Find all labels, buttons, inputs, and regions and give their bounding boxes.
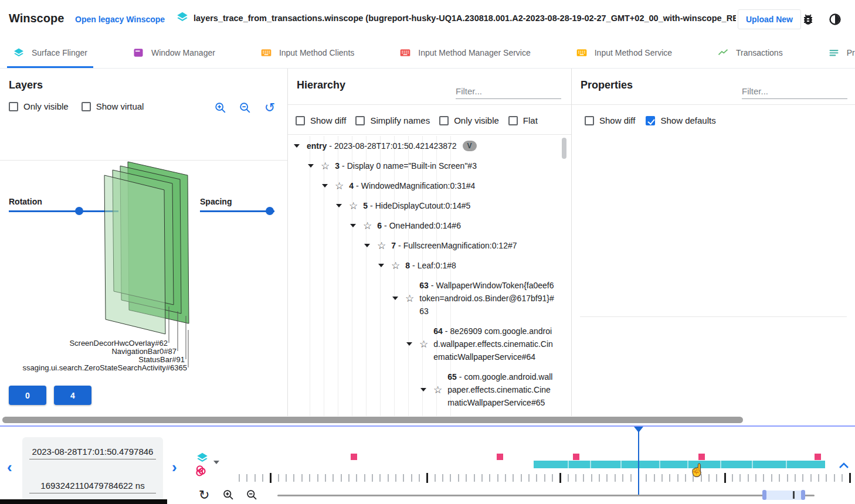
layer-id-button-0[interactable]: 0 xyxy=(9,386,46,405)
ruler-tick xyxy=(818,474,819,482)
tab-input-method-manager-service[interactable]: Input Method Manager Service xyxy=(393,38,536,68)
star-icon[interactable]: ☆ xyxy=(405,294,414,304)
surface-flinger-track[interactable] xyxy=(534,461,825,468)
tree-node[interactable]: ☆ 8-Leaf:0:1#8 xyxy=(288,256,571,275)
show-diff-checkbox[interactable]: Show diff xyxy=(585,115,635,125)
file-name: layers_trace_from_transactions.winscope … xyxy=(194,13,736,23)
hierarchy-tree: entry-2023-08-28T17:01:50.421423872 V ☆ … xyxy=(288,136,571,416)
star-icon[interactable]: ☆ xyxy=(363,221,372,231)
flat-checkbox[interactable]: Flat xyxy=(508,115,538,125)
expand-timeline-button[interactable] xyxy=(839,462,849,471)
show-virtual-checkbox[interactable]: Show virtual xyxy=(82,101,144,111)
tab-input-method-clients[interactable]: Input Method Clients xyxy=(255,38,360,68)
reset-view-icon[interactable]: ↺ xyxy=(263,101,277,115)
timeline-ruler[interactable] xyxy=(239,473,855,483)
hierarchy-filter-input[interactable] xyxy=(456,85,561,99)
chevron-down-icon[interactable] xyxy=(308,164,314,168)
checkbox[interactable] xyxy=(82,102,91,111)
transition-marker[interactable] xyxy=(497,454,503,460)
tab-protolog[interactable]: ProtoLog xyxy=(822,38,855,68)
ruler-tick xyxy=(255,474,256,482)
layer-id-button-4[interactable]: 4 xyxy=(54,386,91,405)
range-handle-right[interactable] xyxy=(801,490,805,500)
tree-node[interactable]: ☆ 63-WallpaperWindowToken{fa0eef6 token=… xyxy=(288,275,571,321)
star-icon[interactable]: ☆ xyxy=(321,161,330,171)
tree-node[interactable]: ☆ 6-OneHanded:0:14#6 xyxy=(288,216,571,236)
only-visible-checkbox[interactable]: Only visible xyxy=(9,101,69,111)
star-icon[interactable]: ☆ xyxy=(349,201,358,211)
chevron-down-icon[interactable] xyxy=(406,342,412,346)
next-entry-button[interactable]: › xyxy=(172,459,177,475)
simplify-names-checkbox[interactable]: Simplify names xyxy=(355,115,430,125)
tree-node-entry[interactable]: entry-2023-08-28T17:01:50.421423872 V xyxy=(288,136,571,156)
star-icon[interactable]: ☆ xyxy=(335,181,344,191)
checkbox[interactable] xyxy=(355,116,365,125)
transition-marker[interactable] xyxy=(351,454,357,460)
ruler-tick xyxy=(591,474,592,482)
tab-transactions[interactable]: Transactions xyxy=(711,38,789,68)
app-title: Winscope xyxy=(9,12,64,25)
chevron-down-icon[interactable] xyxy=(336,204,342,207)
tree-node[interactable]: ☆ 5-HideDisplayCutout:0:14#5 xyxy=(288,196,571,216)
refresh-icon[interactable]: ↻ xyxy=(199,489,209,502)
chevron-down-icon[interactable] xyxy=(392,297,398,300)
tab-input-method-service[interactable]: Input Method Service xyxy=(570,38,678,68)
ruler-tick xyxy=(497,474,498,482)
tab-window-manager[interactable]: Window Manager xyxy=(127,38,221,68)
properties-filter-input[interactable] xyxy=(742,85,847,99)
checkbox[interactable] xyxy=(9,102,18,111)
only-visible-checkbox[interactable]: Only visible xyxy=(439,115,499,125)
upload-new-button[interactable]: Upload New xyxy=(738,9,801,29)
timeline-zoom-in-icon[interactable] xyxy=(222,489,235,503)
transition-marker[interactable] xyxy=(573,454,579,460)
checkbox-checked[interactable] xyxy=(646,116,655,125)
show-diff-checkbox[interactable]: Show diff xyxy=(296,115,346,125)
chevron-down-icon[interactable] xyxy=(322,184,328,188)
tree-node[interactable]: ☆ 64-8e26909 com.google.android.wallpape… xyxy=(288,321,571,367)
transition-marker[interactable] xyxy=(698,454,705,460)
timeline-cursor[interactable] xyxy=(638,427,639,496)
chevron-down-icon[interactable] xyxy=(350,224,356,227)
star-icon[interactable]: ☆ xyxy=(391,261,400,271)
ruler-tick xyxy=(559,473,561,483)
tree-node[interactable]: ☆ 3-Display 0 name="Built-in Screen"#3 xyxy=(288,156,571,176)
dark-mode-toggle-icon[interactable] xyxy=(828,12,842,26)
timeline-cursor-head[interactable] xyxy=(634,427,643,433)
zoom-out-icon[interactable] xyxy=(238,101,252,115)
bug-report-icon[interactable] xyxy=(801,12,815,26)
hierarchy-scrollbar[interactable] xyxy=(562,138,566,159)
show-defaults-checkbox[interactable]: Show defaults xyxy=(646,115,715,125)
chevron-down-icon[interactable] xyxy=(364,244,370,247)
ruler-tick xyxy=(372,474,373,482)
transition-marker[interactable] xyxy=(815,454,821,460)
layers-3d-view[interactable]: ScreenDecorHwcOverlay#62 NavigationBar0#… xyxy=(0,160,287,386)
tree-node[interactable]: ☆ 4-WindowedMagnification:0:31#4 xyxy=(288,176,571,196)
chevron-down-icon[interactable] xyxy=(378,264,384,267)
timeline-zoom-out-icon[interactable] xyxy=(246,489,258,503)
checkbox[interactable] xyxy=(439,116,449,125)
timestamp-ns-field[interactable]: 1693242110479784622 ns xyxy=(29,481,156,493)
range-handle-left[interactable] xyxy=(762,490,766,500)
timeline-range-track[interactable] xyxy=(277,495,815,496)
scrollbar-thumb[interactable] xyxy=(2,417,743,423)
checkbox[interactable] xyxy=(296,116,305,125)
chevron-down-icon[interactable] xyxy=(294,144,300,148)
trace-select-caret-icon[interactable] xyxy=(213,461,219,464)
open-legacy-link[interactable]: Open legacy Winscope xyxy=(75,15,165,24)
tree-node[interactable]: ☆ 7-FullscreenMagnification:0:12#7 xyxy=(288,236,571,256)
transitions-trace-icon[interactable] xyxy=(194,464,209,482)
tree-node[interactable]: ☆ 65-com.google.android.wallpaper.effect… xyxy=(288,367,571,413)
previous-entry-button[interactable]: ‹ xyxy=(7,459,12,475)
chevron-down-icon[interactable] xyxy=(420,388,426,391)
timeline-range-selection[interactable] xyxy=(764,491,803,500)
checkbox[interactable] xyxy=(508,116,518,125)
star-icon[interactable]: ☆ xyxy=(377,241,386,251)
timestamp-human-field[interactable]: 2023-08-28T17:01:50.4797846 xyxy=(29,447,156,459)
checkbox[interactable] xyxy=(585,116,594,125)
tab-surface-flinger[interactable]: Surface Flinger xyxy=(7,38,93,68)
star-icon[interactable]: ☆ xyxy=(433,385,442,395)
zoom-in-icon[interactable] xyxy=(213,101,228,115)
tab-label: Input Method Service xyxy=(595,48,672,57)
star-icon[interactable]: ☆ xyxy=(419,339,428,349)
tab-label: Surface Flinger xyxy=(32,48,87,57)
